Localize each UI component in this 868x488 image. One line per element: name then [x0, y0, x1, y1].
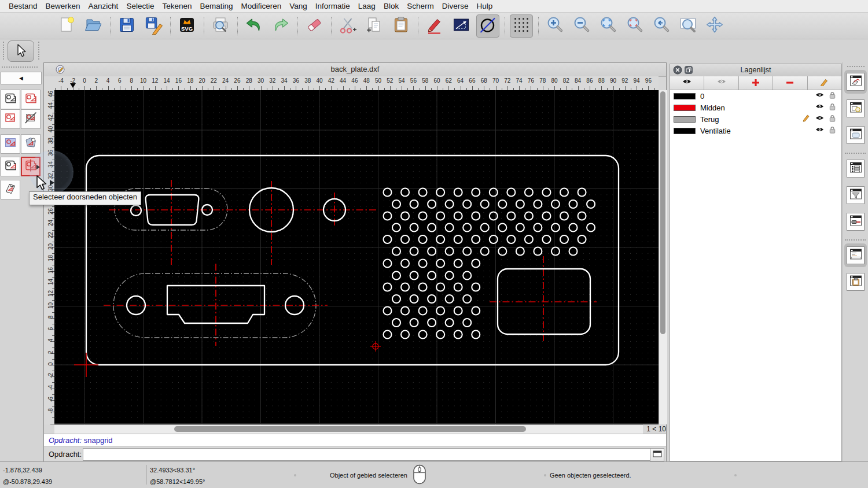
edit-layer-button[interactable]	[808, 76, 841, 90]
invert-selection-button[interactable]	[1, 180, 20, 199]
dock-clipboard-button[interactable]	[847, 273, 865, 291]
zoom-out-button[interactable]	[570, 14, 593, 38]
drawing-canvas[interactable]	[54, 90, 659, 424]
select-contour-button[interactable]	[21, 134, 41, 154]
select-region-button[interactable]	[1, 134, 20, 154]
menu-item-scherm[interactable]: Scherm	[403, 2, 438, 10]
zoom-window-button[interactable]	[676, 14, 700, 38]
vertical-scrollbar[interactable]	[659, 90, 667, 424]
menu-item-hulp[interactable]: Hulp	[472, 2, 496, 10]
dock-layer-list-button[interactable]	[847, 73, 865, 91]
menu-item-bewerken[interactable]: Bewerken	[42, 2, 84, 10]
select-window-icon	[3, 111, 17, 127]
document-titlebar[interactable]: back_plate.dxf	[44, 63, 666, 77]
zoom-auto-button[interactable]	[597, 14, 620, 38]
layer-row-ventilatie[interactable]: Ventilatie	[670, 125, 841, 136]
deselect-all-button[interactable]	[1, 90, 20, 109]
ruler-label: 78	[539, 77, 546, 84]
layer-visibility-eye-icon[interactable]	[815, 102, 825, 113]
zoom-redraw-button[interactable]	[623, 14, 646, 38]
layer-visibility-eye-icon[interactable]	[815, 125, 825, 136]
snap-grid-button[interactable]	[510, 14, 533, 38]
menu-item-selectie[interactable]: Selectie	[122, 2, 158, 10]
vertical-scrollbar-thumb[interactable]	[660, 91, 665, 334]
menu-item-modificeren[interactable]: Modificeren	[237, 2, 286, 10]
ruler-label: 50	[375, 77, 381, 84]
palette-back-button[interactable]: ◄	[1, 72, 42, 84]
vent-hole	[578, 188, 586, 197]
menu-item-aanzicht[interactable]: Aanzicht	[84, 2, 123, 10]
redo-button[interactable]	[269, 14, 292, 38]
layer-lock-icon[interactable]	[828, 125, 837, 136]
command-input[interactable]	[83, 448, 653, 461]
vent-hole	[436, 283, 444, 291]
menu-item-tekenen[interactable]: Tekenen	[158, 2, 196, 10]
vent-hole	[534, 224, 542, 232]
dock-block-list-button[interactable]	[847, 99, 865, 117]
layer-panel-titlebar[interactable]: Lagenlijst	[670, 64, 841, 77]
menu-item-diverse[interactable]: Diverse	[438, 2, 473, 10]
cad-entity	[131, 205, 141, 216]
layer-lock-icon[interactable]	[828, 102, 837, 113]
vent-hole	[516, 200, 524, 208]
copy-button[interactable]	[363, 14, 386, 38]
paste-button[interactable]	[389, 14, 413, 38]
cut-button[interactable]	[336, 14, 359, 38]
layer-visibility-eye-icon[interactable]	[815, 91, 825, 101]
select-all-button[interactable]	[21, 90, 41, 109]
dock-selection-filter-button[interactable]	[847, 186, 865, 204]
deselect-intersected-button[interactable]	[1, 157, 20, 176]
dock-command-line-button[interactable]	[847, 246, 865, 264]
zoom-previous-button[interactable]	[650, 14, 673, 38]
vent-hole	[401, 235, 409, 243]
circle-line-tool-button[interactable]	[476, 14, 499, 38]
horizontal-scrollbar-thumb[interactable]	[174, 426, 526, 432]
delete-eraser-button[interactable]	[303, 14, 326, 38]
command-options-button[interactable]	[650, 448, 664, 461]
zoom-in-button[interactable]	[543, 14, 567, 38]
deselect-window-button[interactable]	[21, 109, 41, 129]
menu-item-informatie[interactable]: Informatie	[311, 2, 354, 10]
library-icon	[849, 127, 863, 143]
ruler-tick	[437, 86, 437, 90]
layer-lock-icon[interactable]	[828, 91, 837, 102]
dock-entity-list-button[interactable]	[847, 160, 865, 178]
select-pointer-tool[interactable]	[8, 40, 34, 62]
new-document-button[interactable]	[55, 14, 78, 38]
remove-layer-button[interactable]	[773, 76, 807, 90]
menu-item-blok[interactable]: Blok	[380, 2, 403, 10]
select-intersected-objects-button[interactable]	[21, 157, 41, 176]
menu-item-bemating[interactable]: Bemating	[196, 2, 237, 10]
print-preview-button[interactable]	[209, 14, 232, 38]
select-window-button[interactable]	[1, 109, 20, 129]
draw-pencil-button[interactable]	[423, 14, 446, 38]
layer-visibility-eye-icon[interactable]	[815, 114, 825, 124]
dock-pen-palette-button[interactable]	[847, 213, 865, 231]
layer-row-0[interactable]: 0	[670, 90, 841, 102]
layer-row-midden[interactable]: Midden	[670, 102, 841, 113]
measure-distance-button[interactable]	[450, 14, 473, 38]
ruler-label: 8	[47, 311, 54, 323]
horizontal-scrollbar[interactable]	[54, 424, 643, 434]
ruler-tick	[155, 86, 156, 90]
save-button[interactable]	[115, 14, 138, 38]
layer-row-terug[interactable]: Terug	[670, 113, 841, 125]
menu-item-bestand[interactable]: Bestand	[5, 2, 42, 10]
undo-button[interactable]	[242, 14, 266, 38]
layer-lock-icon[interactable]	[828, 114, 837, 125]
vent-hole	[569, 247, 578, 256]
dock-library-browser-button[interactable]	[847, 126, 865, 144]
svg-export-button[interactable]: SVG	[175, 14, 198, 38]
vent-hole	[490, 235, 498, 243]
palette-handle	[2, 66, 38, 68]
hide-all-layers-button[interactable]	[704, 76, 738, 90]
add-layer-button[interactable]	[739, 76, 773, 90]
save-as-button[interactable]	[142, 14, 165, 38]
open-file-button[interactable]	[82, 14, 105, 38]
menu-item-vang[interactable]: Vang	[285, 2, 311, 10]
toolbar-separator	[38, 42, 41, 60]
zoom-auto-icon	[598, 15, 618, 37]
menu-item-laag[interactable]: Laag	[354, 2, 380, 10]
zoom-pan-button[interactable]	[703, 14, 726, 38]
show-all-layers-button[interactable]	[670, 76, 704, 90]
